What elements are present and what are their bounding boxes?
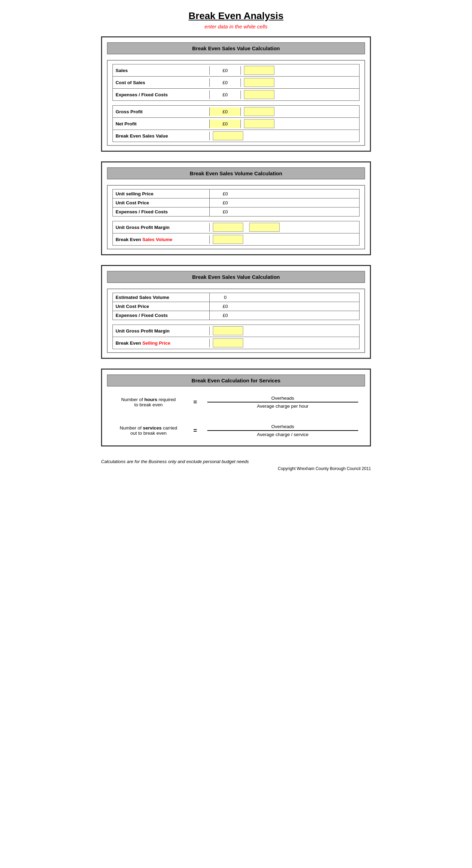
row-label: Sales <box>113 66 210 75</box>
row-value: £0 <box>210 90 241 99</box>
row-label: Unit selling Price <box>113 189 210 198</box>
bold-word-2: services <box>143 425 162 431</box>
table-row: Unit selling Price £0 <box>112 189 360 198</box>
red-label: Sales Volume <box>142 237 172 242</box>
input-cell <box>210 325 246 337</box>
yellow-input[interactable] <box>249 223 280 232</box>
row-label: Unit Gross Profit Margin <box>113 223 210 232</box>
fraction-numerator-2: Overheads <box>207 424 358 431</box>
row-label: Break Even Sales Value <box>113 132 210 140</box>
yellow-input[interactable] <box>244 66 274 75</box>
input-cell <box>241 64 277 76</box>
section3: Break Even Sales Value Calculation Estim… <box>101 265 371 359</box>
row-label: Unit Gross Profit Margin <box>113 327 210 335</box>
row-label: Net Profit <box>113 119 210 128</box>
row-label: Expenses / Fixed Costs <box>113 207 210 216</box>
section1-header: Break Even Sales Value Calculation <box>107 42 365 54</box>
red-label: Selling Price <box>142 340 170 346</box>
equals-1: = <box>190 399 200 406</box>
table-row: Gross Profit £0 <box>112 105 360 118</box>
formula-row-2: Number of services carriedout to break e… <box>107 420 365 441</box>
row-label: Gross Profit <box>113 107 210 116</box>
input-cell <box>246 221 282 233</box>
table-row: Break Even Sales Value <box>112 130 360 142</box>
table-row: Expenses / Fixed Costs £0 <box>112 88 360 101</box>
section2-inner: Unit selling Price £0 Unit Cost Price £0… <box>107 185 365 249</box>
row-value: £0 <box>210 198 241 207</box>
section1: Break Even Sales Value Calculation Sales… <box>101 36 371 152</box>
table-row: Unit Cost Price £0 <box>112 302 360 311</box>
yellow-input[interactable] <box>213 235 243 244</box>
table-row: Unit Gross Profit Margin <box>112 325 360 337</box>
input-cell <box>210 221 246 233</box>
row-value: £0 <box>210 311 241 320</box>
row-value: £0 <box>210 78 241 87</box>
row-value-yellow: £0 <box>210 107 241 116</box>
formula-row-1: Number of hours requiredto break even = … <box>107 392 365 412</box>
section4-header: Break Even Calculation for Services <box>107 374 365 387</box>
row-label: Expenses / Fixed Costs <box>113 90 210 99</box>
formula-left-1: Number of hours requiredto break even <box>114 397 183 407</box>
row-value: £0 <box>210 66 241 75</box>
yellow-input[interactable] <box>244 90 274 99</box>
row-value: £0 <box>210 302 241 311</box>
section3-header: Break Even Sales Value Calculation <box>107 271 365 283</box>
row-label: Break Even Sales Volume <box>113 235 210 244</box>
yellow-input[interactable] <box>213 223 243 232</box>
table-row: Expenses / Fixed Costs £0 <box>112 311 360 320</box>
yellow-input[interactable] <box>244 119 274 128</box>
row-label: Unit Cost Price <box>113 198 210 207</box>
row-label: Unit Cost Price <box>113 302 210 311</box>
footer-copyright: Copyright Wrexham County Borough Council… <box>101 466 371 471</box>
row-label: Cost of Sales <box>113 78 210 87</box>
section3-inner: Estimated Sales Volume 0 Unit Cost Price… <box>107 289 365 353</box>
yellow-input[interactable] <box>244 107 274 116</box>
formula-left-2: Number of services carriedout to break e… <box>114 425 183 436</box>
input-cell <box>210 337 246 349</box>
table-row: Net Profit £0 <box>112 117 360 130</box>
section4: Break Even Calculation for Services Numb… <box>101 369 371 446</box>
section1-inner: Sales £0 Cost of Sales £0 Expenses / Fix… <box>107 60 365 146</box>
row-label: Expenses / Fixed Costs <box>113 311 210 320</box>
table-row: Unit Gross Profit Margin <box>112 221 360 233</box>
formula-right-2: Overheads Average charge / service <box>207 424 358 437</box>
input-cell <box>241 89 277 100</box>
input-cell <box>241 106 277 117</box>
input-cell <box>241 77 277 88</box>
row-label: Estimated Sales Volume <box>113 293 210 302</box>
table-row: Cost of Sales £0 <box>112 76 360 89</box>
formula-right-1: Overheads Average charge per hour <box>207 396 358 409</box>
row-value-yellow: £0 <box>210 119 241 128</box>
fraction-numerator-1: Overheads <box>207 396 358 402</box>
table-row: Estimated Sales Volume 0 <box>112 293 360 302</box>
yellow-input[interactable] <box>213 338 243 347</box>
bold-word-1: hours <box>144 397 157 402</box>
row-value: 0 <box>210 293 241 302</box>
table-row: Sales £0 <box>112 64 360 77</box>
table-row: Expenses / Fixed Costs £0 <box>112 207 360 216</box>
subtitle: enter data in the white cells <box>205 24 267 29</box>
table-row: Break Even Sales Volume <box>112 233 360 246</box>
input-cell <box>241 118 277 130</box>
footer-italic: Calculations are for the Business only a… <box>101 459 371 464</box>
table-row: Unit Cost Price £0 <box>112 198 360 207</box>
fraction-denominator-1: Average charge per hour <box>257 402 308 409</box>
input-cell <box>210 233 246 245</box>
page-title: Break Even Analysis <box>189 10 283 21</box>
fraction-denominator-2: Average charge / service <box>257 431 308 437</box>
table-row: Break Even Selling Price <box>112 337 360 349</box>
row-value: £0 <box>210 189 241 198</box>
input-cell <box>210 130 246 142</box>
yellow-input[interactable] <box>213 326 243 335</box>
section2-header: Break Even Sales Volume Calculation <box>107 167 365 179</box>
row-value: £0 <box>210 207 241 216</box>
yellow-input[interactable] <box>213 131 243 140</box>
equals-2: = <box>190 427 200 434</box>
row-label: Break Even Selling Price <box>113 339 210 347</box>
yellow-input[interactable] <box>244 78 274 87</box>
section2: Break Even Sales Volume Calculation Unit… <box>101 161 371 255</box>
